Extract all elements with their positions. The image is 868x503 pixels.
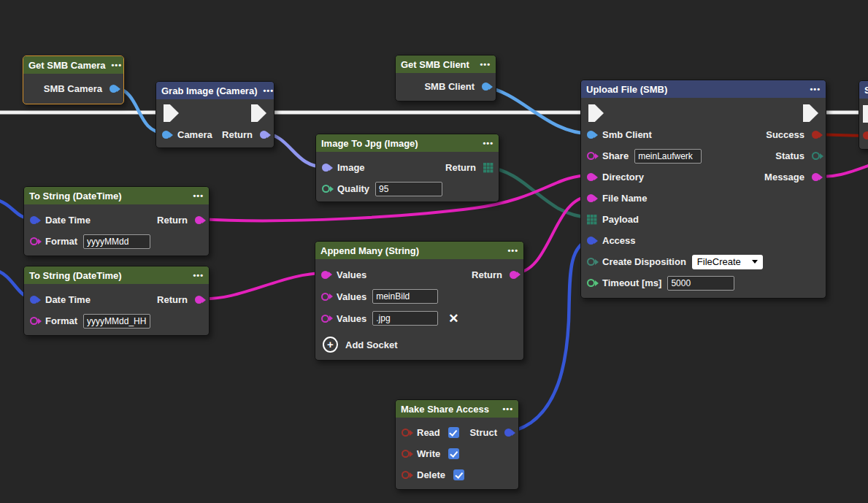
wire-jpgreturn-to-payload[interactable] — [487, 167, 591, 218]
input-pin-values-2[interactable] — [321, 315, 329, 323]
output-pin-struct[interactable] — [504, 429, 512, 437]
menu-icon[interactable]: ••• — [483, 139, 493, 147]
input-pin-payload-grid[interactable] — [587, 215, 596, 224]
output-pin-success[interactable] — [812, 131, 820, 139]
row-quality: Quality — [316, 178, 499, 199]
output-pin-return[interactable] — [260, 131, 268, 139]
node-graph-canvas[interactable]: Get SMB Camera ••• SMB Camera Grab Image… — [0, 0, 868, 503]
node-header[interactable]: To String (DateTime) ••• — [24, 266, 209, 284]
output-label: Return — [472, 269, 502, 280]
quality-input[interactable] — [375, 182, 442, 196]
output-label: Struct — [469, 427, 497, 438]
read-checkbox[interactable] — [448, 427, 459, 438]
node-header[interactable]: Append Many (String) ••• — [315, 242, 523, 259]
menu-icon[interactable]: ••• — [480, 60, 491, 69]
exec-in-pin[interactable] — [588, 104, 604, 122]
input-pin-quality[interactable] — [322, 185, 330, 193]
create-disposition-select[interactable]: FileCreate — [692, 255, 763, 269]
output-pin-return-grid[interactable] — [483, 163, 493, 172]
input-pin-read[interactable] — [402, 429, 410, 437]
menu-icon[interactable]: ••• — [502, 404, 513, 413]
menu-icon[interactable]: ••• — [193, 271, 204, 280]
node-header[interactable]: Get SMB Client ••• — [396, 55, 496, 73]
exec-row — [859, 103, 868, 125]
output-label: Return — [157, 215, 188, 226]
output-row-smb-client: SMB Client — [396, 76, 496, 97]
input-pin-date-time[interactable] — [30, 296, 38, 304]
exec-in-pin[interactable] — [164, 104, 179, 122]
menu-icon[interactable]: ••• — [507, 246, 518, 255]
input-pin-timeout[interactable] — [587, 279, 595, 287]
menu-icon[interactable]: ••• — [810, 85, 821, 93]
node-header[interactable]: To String (DateTime) ••• — [24, 187, 209, 204]
exec-row — [581, 102, 826, 124]
output-pin-smb-camera[interactable] — [110, 85, 118, 93]
input-pin-values-1[interactable] — [321, 293, 329, 301]
input-pin-delete[interactable] — [402, 471, 410, 479]
format-input[interactable] — [83, 314, 150, 329]
write-checkbox[interactable] — [448, 448, 459, 459]
menu-icon[interactable]: ••• — [264, 86, 274, 95]
row-add-socket[interactable]: + Add Socket — [315, 334, 523, 356]
input-pin-write[interactable] — [402, 450, 410, 458]
input-pin[interactable] — [863, 131, 868, 139]
node-get-smb-camera[interactable]: Get SMB Camera ••• SMB Camera — [23, 55, 124, 104]
node-upload-file[interactable]: Upload File (SMB) ••• Smb Client Success… — [580, 80, 826, 299]
wire-tostring2-to-values[interactable] — [199, 273, 325, 299]
input-pin-share[interactable] — [587, 152, 595, 160]
input-pin-date-time[interactable] — [30, 216, 38, 224]
node-header[interactable]: Grab Image (Camera) ••• — [156, 82, 274, 99]
input-pin-smb-client[interactable] — [587, 131, 595, 139]
node-get-smb-client[interactable]: Get SMB Client ••• SMB Client — [395, 55, 496, 101]
exec-out-pin[interactable] — [803, 104, 818, 122]
node-header[interactable]: Get SMB Camera ••• — [23, 56, 123, 74]
share-input[interactable] — [634, 149, 702, 164]
node-image-to-jpg[interactable]: Image To Jpg (Image) ••• Image Return Qu… — [315, 134, 499, 202]
output-pin-return[interactable] — [510, 271, 518, 279]
node-partial-right[interactable]: S — [859, 80, 868, 150]
input-label: Format — [45, 236, 77, 247]
add-socket-label[interactable]: Add Socket — [345, 339, 398, 350]
menu-icon[interactable]: ••• — [193, 191, 204, 200]
wire-appendreturn-to-filename[interactable] — [513, 196, 591, 273]
values-2-input[interactable] — [372, 311, 438, 326]
row-datetime-return: Date Time Return — [24, 289, 209, 310]
input-pin-format[interactable] — [30, 237, 38, 245]
input-pin-values[interactable] — [321, 271, 329, 279]
add-socket-icon[interactable]: + — [323, 337, 338, 353]
node-grab-image[interactable]: Grab Image (Camera) ••• Camera Return — [155, 81, 274, 148]
input-pin-file-name[interactable] — [587, 194, 595, 202]
exec-out-pin[interactable] — [251, 104, 266, 122]
format-input[interactable] — [83, 234, 150, 249]
remove-socket-icon[interactable]: ✕ — [448, 312, 458, 325]
node-header[interactable]: Upload File (SMB) ••• — [581, 80, 826, 98]
node-body: SMB Client — [396, 73, 496, 101]
output-pin-return[interactable] — [195, 216, 203, 224]
values-1-input[interactable] — [372, 289, 438, 304]
node-make-share-access[interactable]: Make Share Access ••• Read Struct Write … — [395, 399, 519, 490]
input-pin-access[interactable] — [587, 237, 595, 245]
node-header[interactable]: Image To Jpg (Image) ••• — [316, 134, 499, 152]
output-pin-message[interactable] — [812, 173, 820, 181]
input-pin-directory[interactable] — [587, 173, 595, 181]
exec-in-pin[interactable] — [863, 105, 868, 123]
input-label: Access — [602, 235, 636, 246]
delete-checkbox[interactable] — [453, 469, 464, 480]
output-pin-smb-client[interactable] — [482, 82, 490, 91]
input-pin-image[interactable] — [322, 164, 330, 172]
input-pin-format[interactable] — [30, 317, 38, 325]
input-pin-create-disposition[interactable] — [587, 258, 595, 266]
output-pin-status[interactable] — [812, 152, 820, 160]
node-to-string-1[interactable]: To String (DateTime) ••• Date Time Retur… — [23, 186, 210, 256]
input-label: Values — [337, 313, 366, 324]
node-to-string-2[interactable]: To String (DateTime) ••• Date Time Retur… — [23, 266, 210, 336]
node-append-many[interactable]: Append Many (String) ••• Values Return V… — [315, 241, 524, 361]
node-header[interactable]: S — [859, 81, 868, 99]
timeout-input[interactable] — [667, 276, 734, 291]
node-header[interactable]: Make Share Access ••• — [396, 400, 518, 418]
output-pin-return[interactable] — [195, 296, 203, 304]
input-pin-camera[interactable] — [162, 131, 170, 139]
menu-icon[interactable]: ••• — [111, 61, 122, 69]
input-label: Directory — [602, 172, 644, 183]
wire-smbclient-to-smbclient[interactable] — [484, 87, 591, 134]
